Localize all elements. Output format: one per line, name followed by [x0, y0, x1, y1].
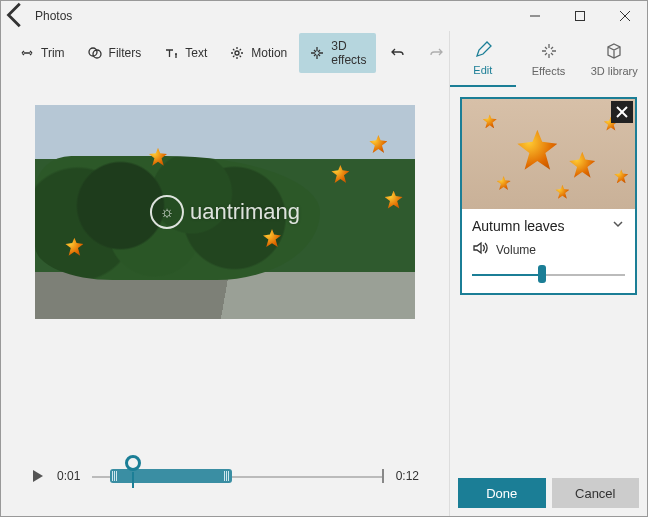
watermark: ☼ uantrimang: [150, 195, 300, 229]
effect-thumbnail[interactable]: [462, 99, 635, 209]
close-button[interactable]: [602, 1, 647, 31]
video-canvas-wrap: ☼ uantrimang: [1, 75, 449, 436]
trim-icon: [19, 45, 35, 61]
footer: Done Cancel: [450, 470, 647, 516]
redo-button: [418, 39, 454, 67]
tab-library-label: 3D library: [591, 65, 638, 77]
timeline-track[interactable]: [92, 461, 383, 491]
undo-button[interactable]: [380, 39, 416, 67]
time-duration: 0:12: [396, 469, 419, 483]
effect-span[interactable]: [110, 469, 232, 483]
speaker-icon: [472, 240, 488, 259]
tab-edit-label: Edit: [473, 64, 492, 76]
app-window: Photos Trim Filters: [0, 0, 648, 517]
playhead[interactable]: [125, 455, 141, 471]
filters-icon: [87, 45, 103, 61]
effect-card: Autumn leaves Volume: [460, 97, 637, 295]
cube-icon: [605, 42, 623, 62]
effects-icon: [540, 42, 558, 62]
watermark-text: uantrimang: [190, 199, 300, 225]
motion-label: Motion: [251, 46, 287, 60]
effect-title-row[interactable]: Autumn leaves: [462, 209, 635, 238]
play-button[interactable]: [31, 469, 45, 483]
tab-effects-label: Effects: [532, 65, 565, 77]
chevron-down-icon: [611, 217, 625, 234]
motion-button[interactable]: Motion: [219, 39, 297, 67]
toolbar: Trim Filters Text Motion 3D effects: [1, 31, 449, 75]
text-icon: [163, 45, 179, 61]
trim-label: Trim: [41, 46, 65, 60]
text-button[interactable]: Text: [153, 39, 217, 67]
filters-label: Filters: [109, 46, 142, 60]
volume-label: Volume: [496, 243, 536, 257]
3d-effects-label: 3D effects: [331, 39, 366, 67]
back-button[interactable]: [1, 0, 31, 33]
side-panel: Edit Effects 3D library: [449, 31, 647, 516]
minimize-button[interactable]: [512, 1, 557, 31]
volume-slider[interactable]: [472, 267, 625, 281]
svg-marker-7: [33, 470, 43, 482]
titlebar: Photos: [1, 1, 647, 31]
3d-effects-button[interactable]: 3D effects: [299, 33, 376, 73]
time-current: 0:01: [57, 469, 80, 483]
trim-button[interactable]: Trim: [9, 39, 75, 67]
sparkle-icon: [309, 45, 325, 61]
motion-icon: [229, 45, 245, 61]
pencil-icon: [474, 41, 492, 61]
tab-effects[interactable]: Effects: [516, 31, 582, 87]
text-label: Text: [185, 46, 207, 60]
svg-rect-1: [575, 12, 584, 21]
undo-icon: [390, 45, 406, 61]
timeline: 0:01 0:12: [1, 436, 449, 516]
bulb-icon: ☼: [150, 195, 184, 229]
tab-edit[interactable]: Edit: [450, 31, 516, 87]
tab-3d-library[interactable]: 3D library: [581, 31, 647, 87]
effect-span-handle-right[interactable]: [224, 471, 230, 481]
video-preview[interactable]: ☼ uantrimang: [35, 105, 415, 319]
remove-effect-button[interactable]: [611, 101, 633, 123]
maximize-button[interactable]: [557, 1, 602, 31]
editor-pane: Trim Filters Text Motion 3D effects: [1, 31, 449, 516]
volume-slider-knob[interactable]: [538, 265, 546, 283]
svg-point-6: [235, 51, 239, 55]
effect-span-handle-left[interactable]: [112, 471, 118, 481]
volume-row: Volume: [462, 238, 635, 263]
cancel-button[interactable]: Cancel: [552, 478, 640, 508]
done-button[interactable]: Done: [458, 478, 546, 508]
done-label: Done: [486, 486, 517, 501]
app-title: Photos: [31, 9, 72, 23]
effect-name: Autumn leaves: [472, 218, 565, 234]
side-tabs: Edit Effects 3D library: [450, 31, 647, 87]
cancel-label: Cancel: [575, 486, 615, 501]
effect-panel: Autumn leaves Volume: [450, 87, 647, 470]
filters-button[interactable]: Filters: [77, 39, 152, 67]
redo-icon: [428, 45, 444, 61]
